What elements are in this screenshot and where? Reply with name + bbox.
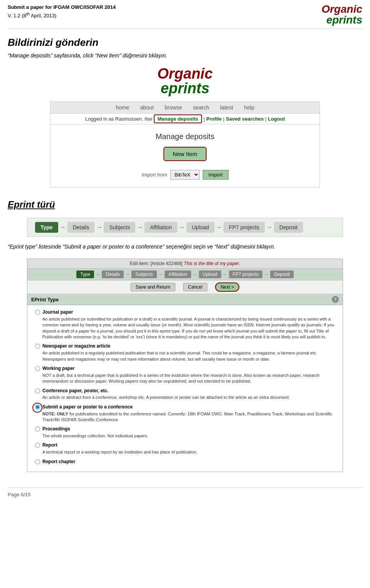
- option-newspaper-desc: An article published in a regularly publ…: [42, 350, 335, 362]
- option-working-paper-label: Working paper: [42, 365, 335, 372]
- logout-link[interactable]: Logout: [268, 116, 285, 122]
- option-proceedings: Proceedings The whole proceedings collec…: [35, 426, 335, 439]
- page-header: Submit a paper for IFOAM OWC/ISOFAR 2014…: [8, 4, 362, 25]
- option-report-desc: A technical report or a working report b…: [42, 449, 197, 455]
- nav-help[interactable]: help: [244, 104, 254, 111]
- bm2-step-details: Details: [102, 270, 124, 278]
- browser-mockup-1: home about browse search latest help Log…: [50, 101, 320, 188]
- option-conference-paper-label: Conference paper, poster, etc.: [42, 388, 290, 394]
- logged-in-text: Logged in as Rasmussen, Ilse: [85, 116, 152, 122]
- edit-item-header: Edit item: [Article #22468] This is the …: [27, 259, 343, 269]
- option-journal-paper-desc: An article published (or submitted for p…: [42, 316, 335, 340]
- option-working-paper: Working paper NOT a draft, but a technic…: [35, 365, 335, 385]
- bm2-step-affiliation: Affiliation: [165, 270, 191, 278]
- page-footer: Page 6/15: [8, 487, 362, 497]
- workflow-step-upload: Upload: [187, 222, 214, 233]
- new-item-button[interactable]: New Item: [163, 147, 206, 161]
- nav-latest[interactable]: latest: [220, 104, 233, 111]
- nav-bar: home about browse search latest help: [50, 102, 320, 114]
- option-proceedings-label: Proceedings: [42, 426, 148, 432]
- bm2-step-type: Type: [76, 270, 94, 278]
- section-title-1: Bildirinizi gönderin: [8, 37, 362, 49]
- nav-about[interactable]: about: [140, 104, 154, 111]
- import-select[interactable]: BibTeX: [170, 170, 200, 180]
- eprint-type-label: EPrint Type: [31, 297, 59, 302]
- nav-browse[interactable]: browse: [165, 104, 182, 111]
- section-eprint: Eprint türü Type → Details → Subjects → …: [8, 199, 362, 472]
- option-submit-paper: Submit a paper or poster to a conference…: [35, 404, 335, 423]
- option-conference-paper-desc: An article or abstract from a conference…: [42, 395, 290, 400]
- option-conference-paper: Conference paper, poster, etc. An articl…: [35, 388, 335, 401]
- option-report-chapter-label: Report chapter: [42, 459, 75, 465]
- edit-item-subtitle: This is the title of my paper.: [184, 261, 240, 266]
- option-report: Report A technical report or a working r…: [35, 442, 335, 455]
- workflow-step-type: Type: [35, 222, 58, 233]
- option-newspaper: Newspaper or magazine article An article…: [35, 343, 335, 362]
- saved-searches-link[interactable]: Saved searches: [226, 116, 264, 122]
- eprint-type-content: Journal paper An article published (or s…: [27, 305, 343, 472]
- workflow-step-deposit: Deposit: [274, 222, 303, 233]
- nav-search[interactable]: search: [193, 104, 209, 111]
- action-bar: Save and Return Cancel Next >: [27, 281, 343, 294]
- manage-deposits-page: Manage deposits New Item Import from Bib…: [50, 124, 320, 187]
- arrow-3: →: [137, 224, 143, 231]
- import-label: Import from: [141, 172, 167, 178]
- browser-mockup-2: Edit item: [Article #22468] This is the …: [27, 259, 343, 472]
- workflow-step-fp7: FP7 projects: [224, 222, 265, 233]
- help-icon[interactable]: ?: [332, 296, 339, 303]
- radio-newspaper[interactable]: [35, 344, 40, 349]
- radio-journal-paper[interactable]: [35, 310, 40, 315]
- save-return-button[interactable]: Save and Return: [131, 283, 175, 291]
- arrow-2: →: [96, 224, 102, 231]
- import-button[interactable]: Import: [203, 170, 229, 180]
- workflow-step-affiliation: Affiliation: [145, 222, 177, 233]
- radio-report[interactable]: [35, 443, 40, 448]
- bm2-step-fp7: FP7 projects: [229, 270, 262, 278]
- workflow-step-subjects: Subjects: [104, 222, 135, 233]
- section-bildirinizi: Bildirinizi gönderin “Manage deposits” s…: [8, 37, 362, 59]
- section-eprint-title: Eprint türü: [8, 199, 362, 210]
- bm2-step-subjects: Subjects: [131, 270, 157, 278]
- section-eprint-desc: “Eprint type” listesinde “Submit a paper…: [8, 243, 362, 251]
- bm2-step-deposit: Deposit: [270, 270, 294, 278]
- next-button[interactable]: Next >: [215, 282, 239, 292]
- workflow-bar-1: Type → Details → Subjects → Affiliation …: [27, 218, 343, 237]
- option-report-chapter: Report chapter: [35, 459, 335, 465]
- section-desc-1: “Manage deposits” sayfasında, click “New…: [8, 52, 362, 59]
- arrow-1: →: [60, 224, 66, 231]
- svg-point-0: [33, 403, 42, 412]
- circle-highlight: [32, 402, 43, 413]
- arrow-6: →: [266, 224, 272, 231]
- option-proceedings-desc: The whole proceedings collection. Not in…: [42, 433, 148, 439]
- option-journal-paper-label: Journal paper: [42, 309, 335, 316]
- eprint-type-section-header: EPrint Type ?: [27, 294, 343, 305]
- radio-report-chapter[interactable]: [35, 459, 40, 464]
- import-row: Import from BibTeX Import: [58, 170, 312, 180]
- document-title: Submit a paper for IFOAM OWC/ISOFAR 2014…: [8, 4, 116, 19]
- option-working-paper-desc: NOT a draft, but a technical paper that …: [42, 373, 335, 385]
- profile-link[interactable]: Profile: [206, 116, 222, 122]
- option-submit-paper-desc: NOTE: ONLY for publications submitted to…: [42, 411, 335, 423]
- arrow-5: →: [216, 224, 222, 231]
- radio-conference-paper[interactable]: [35, 388, 40, 393]
- header-logo: Organic eprints: [321, 4, 362, 25]
- edit-item-title: Edit item: [Article #22468]: [130, 261, 183, 266]
- radio-proceedings[interactable]: [35, 427, 40, 432]
- arrow-4: →: [179, 224, 185, 231]
- option-report-label: Report: [42, 442, 197, 449]
- option-journal-paper: Journal paper An article published (or s…: [35, 309, 335, 340]
- radio-working-paper[interactable]: [35, 366, 40, 371]
- option-submit-paper-label: Submit a paper or poster to a conference: [42, 404, 335, 410]
- cancel-button[interactable]: Cancel: [183, 283, 207, 291]
- bm2-step-upload: Upload: [199, 270, 221, 278]
- center-logo: Organic eprints: [8, 66, 362, 96]
- manage-deposits-title: Manage deposits: [58, 132, 312, 141]
- option-newspaper-label: Newspaper or magazine article: [42, 343, 335, 349]
- page-number: Page 6/15: [8, 492, 30, 497]
- user-bar: Logged in as Rasmussen, Ilse Manage depo…: [50, 114, 320, 124]
- manage-deposits-link[interactable]: Manage deposits: [154, 114, 202, 123]
- nav-home[interactable]: home: [116, 104, 129, 111]
- workflow-step-details: Details: [67, 222, 95, 233]
- workflow-bar-2: Type → Details → Subjects → Affiliation …: [27, 269, 343, 281]
